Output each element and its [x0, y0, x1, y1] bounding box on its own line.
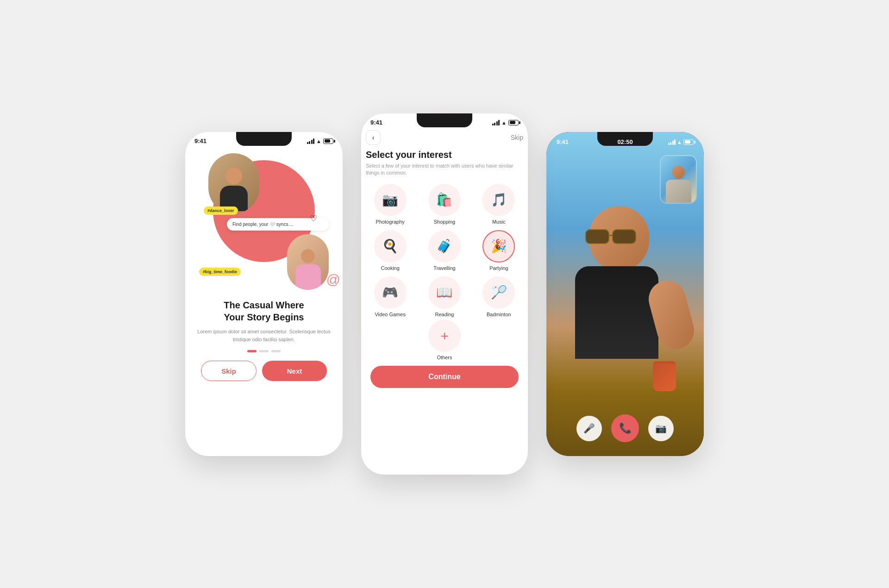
signal-icon — [492, 120, 500, 125]
wifi-icon: ▲ — [501, 120, 507, 125]
sunglasses-right — [612, 229, 636, 244]
phone1-title: The Casual Where Your Story Begins — [197, 299, 331, 323]
phone2-status-icons: ▲ — [492, 120, 519, 125]
continue-button[interactable]: Continue — [370, 366, 519, 388]
reading-icon-wrap: 📖 — [428, 276, 461, 309]
phone2-status-bar: 9:41 ▲ — [361, 113, 528, 128]
phone1-content: The Casual Where Your Story Begins Lorem… — [185, 294, 343, 388]
phone2-time: 9:41 — [370, 119, 382, 126]
phone-3: 9:41 02:50 ▲ — [546, 132, 704, 456]
end-call-button[interactable]: 📞 — [611, 414, 639, 442]
man-figure — [546, 206, 704, 400]
interest-photography[interactable]: 📷 Photography — [366, 184, 414, 225]
skip-button[interactable]: Skip — [201, 361, 257, 381]
continue-btn-wrap: Continue — [361, 360, 528, 395]
interest-title: Select your interest — [361, 150, 528, 160]
interest-music[interactable]: 🎵 Music — [475, 184, 523, 225]
videogames-label: Video Games — [375, 312, 405, 317]
sunglasses — [583, 229, 643, 245]
phone1-time: 9:41 — [194, 138, 207, 144]
phone-2-wrapper: 9:41 ▲ ‹ Ski — [361, 113, 528, 475]
dot-3 — [271, 350, 281, 352]
phone-1-screen: 9:41 ▲ — [185, 132, 343, 456]
badminton-label: Badminton — [487, 312, 511, 317]
wifi-icon: ▲ — [677, 139, 682, 145]
pip-body — [666, 180, 691, 203]
phone-1: 9:41 ▲ — [185, 132, 343, 456]
person-2-avatar — [287, 234, 329, 290]
travelling-label: Travelling — [433, 265, 455, 271]
phones-container: 9:41 ▲ — [167, 95, 722, 493]
reading-label: Reading — [435, 312, 454, 317]
person-1-avatar — [208, 153, 259, 213]
interests-grid: 📷 Photography 🛍️ Shopping 🎵 Music 🍳 Cook… — [361, 184, 528, 317]
tag-foodie: #big_time_foodie — [199, 268, 241, 276]
pip-video — [660, 155, 697, 204]
phone3-time: 9:41 — [557, 138, 569, 145]
travelling-icon-wrap: 🧳 — [428, 230, 461, 263]
end-call-icon: 📞 — [619, 422, 632, 434]
shopping-label: Shopping — [434, 219, 456, 225]
next-button[interactable]: Next — [262, 361, 327, 381]
partying-icon-wrap: 🎉 — [482, 230, 515, 263]
dot-1 — [247, 350, 257, 352]
camera-icon: 📷 — [655, 423, 667, 434]
phone2-skip-button[interactable]: Skip — [511, 134, 523, 141]
interest-travelling[interactable]: 🧳 Travelling — [420, 230, 469, 271]
coffee-lid — [653, 361, 676, 364]
mute-icon: 🎤 — [583, 423, 595, 434]
camera-button[interactable]: 📷 — [648, 416, 674, 441]
mute-button[interactable]: 🎤 — [576, 416, 602, 441]
phone1-status-icons: ▲ — [307, 138, 333, 144]
battery-icon — [323, 138, 333, 144]
interest-videogames[interactable]: 🎮 Video Games — [366, 276, 414, 317]
hero-section: #dance_lover #big_time_foodie Find peopl… — [185, 146, 343, 294]
cooking-label: Cooking — [381, 265, 399, 271]
badminton-icon-wrap: 🏸 — [482, 276, 515, 309]
back-button[interactable]: ‹ — [366, 130, 381, 145]
sunglasses-left — [585, 229, 609, 244]
phone-2: 9:41 ▲ ‹ Ski — [361, 113, 528, 475]
interest-shopping[interactable]: 🛍️ Shopping — [420, 184, 469, 225]
partying-label: Partying — [489, 265, 508, 271]
phone1-description: Lorem ipsum dolor sit amet consectetur. … — [197, 328, 331, 343]
signal-icon — [307, 138, 315, 144]
signal-icon — [668, 139, 676, 145]
wifi-icon: ▲ — [316, 138, 321, 144]
heart-icon: ♡ — [310, 213, 317, 224]
photography-label: Photography — [376, 219, 404, 225]
music-label: Music — [492, 219, 506, 225]
phone3-status-icons: ▲ — [668, 139, 694, 145]
interest-others[interactable]: ＋ Others — [361, 319, 528, 360]
tag-dance-lover: #dance_lover — [204, 206, 238, 215]
others-plus-icon: ＋ — [428, 319, 461, 352]
call-timer: 02:50 — [617, 138, 632, 145]
music-icon-wrap: 🎵 — [482, 184, 515, 216]
video-call-screen: 9:41 02:50 ▲ — [546, 132, 704, 456]
pip-head — [672, 166, 685, 179]
interest-reading[interactable]: 📖 Reading — [420, 276, 469, 317]
interest-description: Select a few of your interest to match w… — [361, 163, 528, 177]
coffee-cup — [653, 361, 676, 391]
shopping-icon-wrap: 🛍️ — [428, 184, 461, 216]
man-head — [589, 206, 649, 271]
back-chevron-icon: ‹ — [372, 134, 375, 141]
pip-woman-figure — [661, 156, 696, 203]
cooking-icon-wrap: 🍳 — [374, 230, 407, 263]
dot-2 — [259, 350, 269, 352]
phone1-status-bar: 9:41 ▲ — [185, 132, 343, 146]
interest-partying[interactable]: 🎉 Partying — [475, 230, 523, 271]
phone1-buttons: Skip Next — [197, 361, 331, 381]
battery-icon — [683, 139, 694, 145]
swirl-icon: @ — [326, 272, 340, 288]
photography-icon-wrap: 📷 — [374, 184, 407, 216]
call-controls: 🎤 📞 📷 — [546, 414, 704, 442]
back-skip-row: ‹ Skip — [361, 128, 528, 150]
interest-cooking[interactable]: 🍳 Cooking — [366, 230, 414, 271]
others-label: Others — [437, 355, 452, 360]
interest-badminton[interactable]: 🏸 Badminton — [475, 276, 523, 317]
videogames-icon-wrap: 🎮 — [374, 276, 407, 309]
pagination-dots — [197, 350, 331, 352]
phone-2-screen: 9:41 ▲ ‹ Ski — [361, 113, 528, 475]
phone3-status-bar: 9:41 02:50 ▲ — [546, 132, 704, 147]
